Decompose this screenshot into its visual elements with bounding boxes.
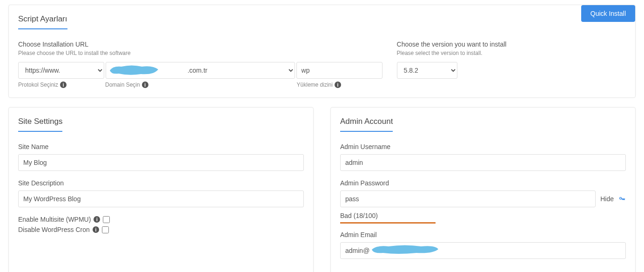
- multisite-checkbox[interactable]: [103, 216, 110, 223]
- site-settings-panel: Site Settings Site Name Site Description…: [8, 107, 314, 272]
- install-url-label: Choose Installation URL: [18, 41, 383, 48]
- dir-sub-label: Yükleme dizini i: [297, 82, 383, 88]
- info-icon[interactable]: i: [94, 216, 100, 223]
- disable-cron-row: Disable WordPress Cron i: [18, 226, 304, 233]
- generate-key-icon[interactable]: [618, 195, 626, 203]
- site-name-input[interactable]: [18, 154, 304, 171]
- admin-email-label: Admin Email: [340, 231, 626, 238]
- protocol-select[interactable]: https://www.: [18, 62, 104, 79]
- disable-cron-label: Disable WordPress Cron: [18, 226, 90, 233]
- admin-username-input[interactable]: [340, 154, 626, 171]
- script-settings-title: Script Ayarları: [18, 14, 67, 29]
- hide-password-link[interactable]: Hide: [600, 195, 614, 203]
- install-dir-input[interactable]: [296, 62, 382, 79]
- version-section: Choose the version you want to install P…: [397, 41, 626, 88]
- admin-account-panel: Admin Account Admin Username Admin Passw…: [330, 107, 636, 272]
- version-label: Choose the version you want to install: [397, 41, 626, 48]
- disable-cron-checkbox[interactable]: [102, 226, 109, 233]
- site-desc-label: Site Description: [18, 179, 304, 187]
- admin-password-label: Admin Password: [340, 179, 626, 187]
- install-url-section: Choose Installation URL Please choose th…: [18, 41, 383, 88]
- multisite-label: Enable Multisite (WPMU): [18, 216, 91, 223]
- domain-select[interactable]: .com.tr: [106, 62, 295, 79]
- admin-password-input[interactable]: [340, 190, 596, 207]
- password-strength-bar: [340, 222, 436, 224]
- password-strength-text: Bad (18/100): [340, 212, 626, 219]
- info-icon[interactable]: i: [335, 82, 341, 88]
- domain-sub-label: Domain Seçin i: [105, 82, 297, 88]
- multisite-row: Enable Multisite (WPMU) i: [18, 216, 304, 223]
- info-icon[interactable]: i: [93, 226, 99, 233]
- site-name-label: Site Name: [18, 143, 304, 150]
- site-desc-input[interactable]: [18, 190, 304, 207]
- admin-email-input[interactable]: [340, 242, 626, 259]
- version-select[interactable]: 5.8.2: [397, 62, 457, 79]
- info-icon[interactable]: i: [142, 82, 148, 88]
- script-settings-panel: Script Ayarları Quick Install Choose Ins…: [8, 5, 636, 98]
- admin-username-label: Admin Username: [340, 143, 626, 150]
- info-icon[interactable]: i: [60, 82, 67, 88]
- install-url-help: Please choose the URL to install the sof…: [18, 50, 383, 56]
- admin-account-title: Admin Account: [340, 117, 393, 132]
- protocol-sub-label: Protokol Seçiniz i: [18, 82, 105, 88]
- version-help: Please select the version to install.: [397, 50, 626, 56]
- quick-install-button[interactable]: Quick Install: [581, 5, 635, 22]
- site-settings-title: Site Settings: [18, 117, 62, 132]
